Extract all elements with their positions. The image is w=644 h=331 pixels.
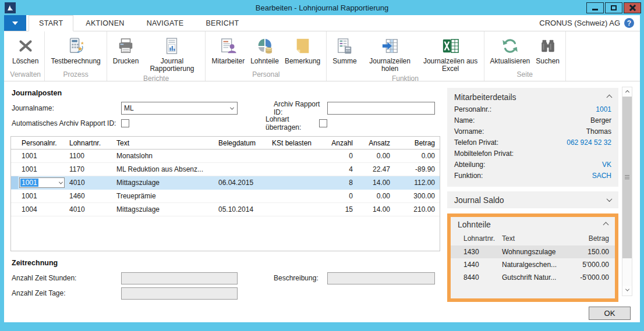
table-row[interactable]: 1004 4010 Mittagszulage 05.10.2014 15 14… bbox=[11, 203, 440, 216]
maximize-button[interactable] bbox=[605, 2, 622, 13]
chevron-up-icon[interactable] bbox=[603, 222, 609, 227]
journal-rapportierung-button[interactable]: Journal Rapportierung bbox=[141, 34, 202, 74]
journal-saldo-panel-header[interactable]: Journal Saldo bbox=[447, 191, 618, 208]
column-header-lohnartnr[interactable]: Lohnartnr. bbox=[66, 139, 113, 147]
chevron-down-icon[interactable] bbox=[607, 196, 613, 202]
pie-chart-icon bbox=[256, 35, 274, 56]
mitarbeiter-button[interactable]: Mitarbeiter bbox=[208, 34, 247, 66]
ribbon-group-verwalten: Löschen Verwalten bbox=[6, 31, 45, 81]
maximize-icon bbox=[611, 5, 617, 10]
printer-icon bbox=[117, 35, 135, 56]
summe-button[interactable]: Summe bbox=[330, 34, 359, 66]
lohnteile-button[interactable]: Lohnteile bbox=[247, 34, 282, 66]
archiv-rapport-id-input[interactable] bbox=[327, 102, 435, 115]
journalposten-heading: Journalposten bbox=[12, 89, 440, 97]
detail-row: Vorname: Thomas bbox=[447, 126, 618, 137]
detail-row: Mobiltelefon Privat: bbox=[447, 148, 618, 159]
personalnr-link[interactable]: 1001 bbox=[596, 105, 611, 114]
minimize-icon bbox=[592, 9, 598, 10]
suchen-button[interactable]: Suchen bbox=[533, 34, 562, 66]
lohnteile-header[interactable]: Lohnteile bbox=[451, 217, 615, 232]
delete-icon bbox=[17, 35, 34, 56]
panel-title: Mitarbeiterdetails bbox=[454, 92, 516, 102]
employee-icon bbox=[220, 35, 237, 56]
column-header-belegdatum[interactable]: Belegdatum bbox=[215, 139, 268, 147]
drucken-button[interactable]: Drucken bbox=[110, 34, 142, 66]
dialog-footer: OK bbox=[4, 304, 640, 322]
titlebar: Bearbeiten - Lohnjournal Rapportierung bbox=[0, 0, 644, 15]
column-header-betrag[interactable]: Betrag bbox=[392, 139, 440, 147]
column-header-anzahl[interactable]: Anzahl bbox=[322, 139, 355, 147]
anzahl-zeit-tage-label: Anzahl Zeit Tage: bbox=[10, 289, 121, 297]
ribbon-tabbar: START AKTIONEN NAVIGATE BERICHT CRONUS (… bbox=[4, 15, 640, 31]
get-lines-icon bbox=[381, 35, 399, 56]
journalname-value: ML bbox=[124, 104, 134, 112]
scrollbar-down-arrow[interactable] bbox=[622, 286, 632, 296]
chevron-down-icon bbox=[230, 105, 234, 109]
application-menu-button[interactable] bbox=[4, 15, 26, 31]
grip-icon bbox=[625, 175, 629, 180]
panel-title: Lohnteile bbox=[458, 220, 491, 229]
aktualisieren-button[interactable]: Aktualisieren bbox=[487, 34, 533, 66]
ribbon-group-personal: Mitarbeiter Lohnteile bbox=[206, 31, 327, 81]
scrollbar-up-arrow[interactable] bbox=[622, 87, 632, 97]
calculator-icon bbox=[67, 35, 84, 56]
column-header-kst-belasten[interactable]: KSt belasten bbox=[268, 139, 322, 147]
sum-icon bbox=[336, 35, 353, 56]
tab-bericht[interactable]: BERICHT bbox=[196, 15, 249, 31]
journal-lines-table: Personalnr. Lohnartnr. Text Belegdatum K… bbox=[10, 136, 440, 251]
archiv-rapport-id-label: Archiv Rapport ID: bbox=[274, 100, 327, 116]
table-row[interactable]: 1001 1460 Treueprämie 0 0.00 300.00 bbox=[11, 190, 440, 203]
row-selector[interactable] bbox=[11, 176, 18, 189]
table-row[interactable]: 1001 1100 Monatslohn 0 0.00 0.00 bbox=[11, 150, 440, 163]
table-row-selected[interactable]: 1001 4010 Mittagszulage 06.04.2015 8 14.… bbox=[11, 176, 440, 190]
loeschen-button[interactable]: Löschen bbox=[9, 34, 41, 66]
table-header-row: Personalnr. Lohnartnr. Text Belegdatum K… bbox=[11, 137, 440, 150]
auto-archiv-label: Automatisches Archiv Rapport ID: bbox=[10, 119, 121, 127]
ok-button[interactable]: OK bbox=[589, 307, 631, 320]
journalzeilen-holen-button[interactable]: Journalzeilen holen bbox=[360, 34, 420, 74]
note-icon bbox=[294, 35, 312, 56]
company-name: CRONUS (Schweiz) AG bbox=[539, 19, 620, 27]
content-area: Journalposten Journalname: ML Archiv Rap… bbox=[4, 81, 640, 304]
testberechnung-button[interactable]: Testberechnung bbox=[48, 34, 103, 66]
tab-start[interactable]: START bbox=[29, 15, 73, 31]
abteilung-link[interactable]: VK bbox=[602, 161, 611, 169]
funktion-link[interactable]: SACH bbox=[592, 172, 611, 180]
factbox-scrollbar[interactable] bbox=[622, 87, 632, 296]
column-header-lohnartnr[interactable]: Lohnartnr. bbox=[451, 234, 502, 243]
lohnart-uebertragen-checkbox[interactable] bbox=[319, 119, 327, 127]
lohnteile-row[interactable]: 1440 Naturalgeschen... 5'000.00 bbox=[451, 258, 615, 271]
scrollbar-thumb[interactable] bbox=[622, 97, 632, 258]
journalzeilen-aus-excel-button[interactable]: Journalzeilen aus Excel bbox=[420, 34, 481, 74]
excel-icon bbox=[442, 35, 459, 56]
close-button[interactable] bbox=[624, 2, 641, 13]
column-header-betrag[interactable]: Betrag bbox=[568, 234, 615, 243]
mitarbeiterdetails-header[interactable]: Mitarbeiterdetails bbox=[447, 88, 618, 104]
refresh-icon bbox=[501, 35, 519, 56]
detail-row: Telefon Privat: 062 924 52 32 bbox=[447, 137, 618, 148]
scrollbar-track[interactable] bbox=[622, 258, 632, 286]
tab-aktionen[interactable]: AKTIONEN bbox=[76, 15, 134, 31]
journalname-combobox[interactable]: ML bbox=[121, 102, 238, 115]
personalnr-edit-cell[interactable]: 1001 bbox=[19, 177, 65, 188]
beschreibung-label: Beschreibung: bbox=[274, 274, 327, 282]
ribbon-group-label: Verwalten bbox=[9, 70, 41, 81]
panel-title: Journal Saldo bbox=[454, 195, 504, 205]
table-row[interactable]: 1001 1170 ML Reduktion aus Absenz... 4 2… bbox=[11, 163, 440, 176]
chevron-up-icon[interactable] bbox=[607, 94, 613, 100]
lohnteile-row[interactable]: 8440 Gutschrift Natur... -5'000.00 bbox=[451, 271, 615, 284]
help-icon[interactable] bbox=[624, 18, 634, 28]
telefon-privat-link[interactable]: 062 924 52 32 bbox=[567, 138, 611, 147]
column-header-text[interactable]: Text bbox=[113, 139, 215, 147]
column-header-ansatz[interactable]: Ansatz bbox=[355, 139, 392, 147]
column-header-text[interactable]: Text bbox=[502, 234, 568, 243]
auto-archiv-checkbox[interactable] bbox=[121, 119, 129, 127]
tab-navigate[interactable]: NAVIGATE bbox=[137, 15, 194, 31]
bemerkung-button[interactable]: Bemerkung bbox=[282, 34, 323, 66]
minimize-button[interactable] bbox=[586, 2, 604, 13]
lookup-chevron-icon[interactable] bbox=[59, 180, 63, 184]
mitarbeiterdetails-panel: Mitarbeiterdetails Personalnr.: 1001 Nam… bbox=[447, 88, 618, 187]
lohnteile-row-selected[interactable]: 1430 Wohnungszulage 150.00 bbox=[451, 245, 615, 258]
column-header-personalnr[interactable]: Personalnr. bbox=[18, 139, 66, 147]
